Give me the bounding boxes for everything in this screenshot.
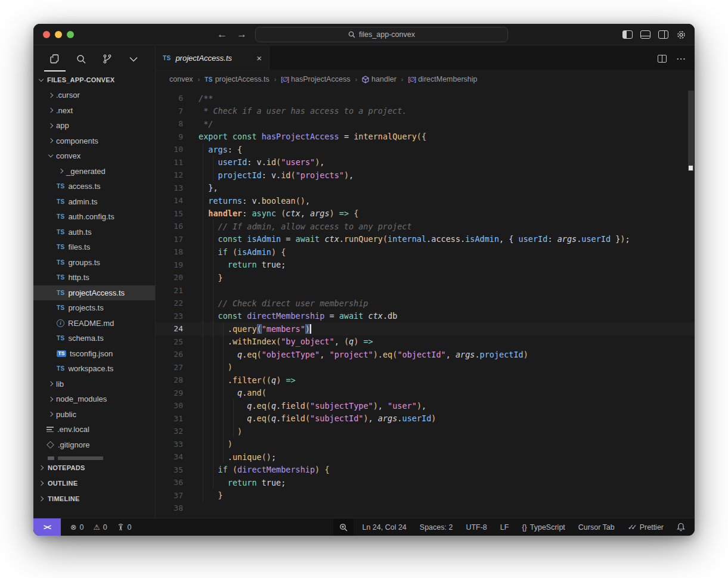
status-item-label: TypeScript	[530, 523, 565, 532]
tree-item[interactable]: TSauth.config.ts	[33, 209, 155, 225]
tree-item[interactable]: TShttp.ts	[33, 270, 155, 285]
tree-item[interactable]: TSprojectAccess.ts	[33, 285, 155, 301]
status-item[interactable]: 0	[117, 523, 132, 532]
tree-item[interactable]: TSaccess.ts	[33, 179, 155, 194]
sidebar-section-outline[interactable]: OUTLINE	[33, 476, 155, 491]
scrollbar-thumb[interactable]	[688, 91, 694, 171]
search-icon	[348, 31, 355, 38]
tree-item[interactable]: .cursor	[33, 88, 155, 103]
error-icon: ⊗	[70, 523, 76, 532]
more-actions-icon[interactable]: ⋯	[676, 53, 686, 64]
tree-item[interactable]: convex	[33, 148, 155, 164]
code-line: 9export const hasProjectAccess = interna…	[156, 130, 695, 144]
back-arrow-icon[interactable]: ←	[217, 29, 227, 41]
code-line: 31 q.eq(q.field("subjectId"), args.userI…	[156, 412, 695, 425]
toggle-secondary-sidebar-icon[interactable]	[658, 30, 668, 39]
ts-file-icon: TS	[57, 304, 64, 311]
status-item[interactable]: LF	[500, 523, 509, 532]
source-control-icon[interactable]	[95, 49, 119, 69]
tab-close-icon[interactable]: ×	[256, 54, 262, 63]
tree-item[interactable]: .gitignore	[33, 437, 155, 453]
status-item[interactable]: Cursor Tab	[578, 523, 615, 532]
notifications-bell-icon[interactable]	[677, 523, 685, 532]
line-number: 6	[156, 94, 183, 102]
explorer-root-header[interactable]: FILES_APP-CONVEX	[33, 72, 155, 88]
breadcrumb-separator-icon: ›	[355, 76, 357, 83]
tab-bar: TS projectAccess.ts × ⋯	[156, 46, 695, 71]
status-item[interactable]: UTF-8	[466, 523, 487, 532]
tree-item[interactable]: components	[33, 133, 155, 149]
breadcrumb-item[interactable]: [∅]hasProjectAccess	[281, 75, 350, 83]
status-item[interactable]: Spaces: 2	[420, 523, 453, 532]
line-number: 9	[156, 132, 183, 141]
tree-item[interactable]: .next	[33, 103, 155, 119]
line-number: 13	[156, 184, 183, 192]
line-number: 19	[156, 260, 183, 269]
tree-item[interactable]: TSfiles.ts	[33, 240, 155, 255]
ts-file-icon: TS	[57, 290, 64, 296]
close-window-button[interactable]	[43, 31, 50, 38]
breadcrumb-item[interactable]: TSprojectAccess.ts	[205, 75, 269, 83]
tab-title: projectAccess.ts	[175, 54, 252, 63]
remote-indicator[interactable]: ><	[33, 518, 61, 536]
tree-item[interactable]: lib	[33, 377, 155, 392]
line-number: 7	[156, 107, 183, 116]
tree-item[interactable]: TSauth.ts	[33, 225, 155, 240]
maximize-window-button[interactable]	[67, 31, 74, 38]
toggle-panel-icon[interactable]	[640, 30, 650, 39]
tree-item[interactable]: TSadmin.ts	[33, 194, 155, 210]
tree-item[interactable]: TSworkspace.ts	[33, 361, 155, 377]
readme-info-icon: i	[57, 319, 64, 327]
status-item-label: 0	[128, 523, 132, 532]
forward-arrow-icon[interactable]: →	[237, 29, 247, 41]
tree-item-label: .cursor	[56, 91, 80, 100]
zoom-indicator[interactable]	[333, 518, 354, 536]
tree-item[interactable]: TSschema.ts	[33, 331, 155, 346]
status-item[interactable]: Ln 24, Col 24	[362, 523, 406, 532]
overview-cursor-marker	[689, 166, 693, 170]
ts-file-icon: TS	[57, 274, 64, 281]
radio-tower-icon	[117, 523, 125, 531]
tree-item[interactable]: app	[33, 118, 155, 133]
line-number: 35	[156, 465, 183, 474]
status-item[interactable]: {}TypeScript	[522, 523, 565, 532]
code-line: 13 },	[156, 182, 695, 195]
sidebar-section-notepads[interactable]: NOTEPADS	[33, 460, 155, 476]
ts-file-icon: TS	[57, 183, 64, 189]
status-item[interactable]: ✓✓Prettier	[628, 523, 664, 532]
tree-item[interactable]: TStsconfig.json	[33, 346, 155, 362]
tree-item[interactable]: .env.local	[33, 422, 155, 437]
sidebar-section-timeline[interactable]: TIMELINE	[33, 491, 155, 506]
tree-item[interactable]: _generated	[33, 164, 155, 179]
settings-gear-icon[interactable]	[676, 30, 686, 40]
breadcrumb-label: handler	[371, 75, 396, 83]
breadcrumb: convex›TSprojectAccess.ts›[∅]hasProjectA…	[156, 71, 695, 88]
tree-item[interactable]: public	[33, 407, 155, 422]
tree-item[interactable]: iREADME.md	[33, 316, 155, 331]
code-line: 35 if (directMembership) {	[156, 464, 695, 477]
status-item[interactable]: ⚠0	[93, 523, 107, 532]
tab-projectaccess[interactable]: TS projectAccess.ts ×	[156, 46, 269, 70]
symbol-method-icon	[362, 76, 369, 83]
editor-scrollbar[interactable]	[687, 88, 695, 518]
line-number: 12	[156, 170, 183, 179]
split-editor-icon[interactable]	[658, 55, 667, 63]
activity-more-chevron-icon[interactable]	[122, 49, 145, 69]
tree-item[interactable]: TSprojects.ts	[33, 300, 155, 316]
code-line: 25 .withIndex("by_object", (q) =>	[156, 335, 695, 349]
breadcrumb-item[interactable]: convex	[169, 75, 193, 83]
explorer-icon[interactable]	[43, 49, 67, 69]
breadcrumb-item[interactable]: handler	[362, 75, 396, 83]
tree-item[interactable]: node_modules	[33, 391, 155, 407]
tree-item[interactable]: TSgroups.ts	[33, 255, 155, 271]
search-panel-icon[interactable]	[69, 49, 93, 69]
toggle-primary-sidebar-icon[interactable]	[622, 30, 633, 39]
minimize-window-button[interactable]	[55, 31, 62, 38]
code-editor[interactable]: 6/**7 * Check if a user has access to a …	[156, 88, 695, 518]
command-center-search[interactable]: files_app-convex	[255, 27, 508, 42]
status-item-label: Ln 24, Col 24	[362, 523, 406, 532]
chevron-right-icon	[58, 169, 63, 173]
breadcrumb-item[interactable]: [∅]directMembership	[408, 75, 477, 83]
status-item[interactable]: ⊗0	[70, 523, 83, 532]
code-line: 21	[156, 284, 695, 297]
